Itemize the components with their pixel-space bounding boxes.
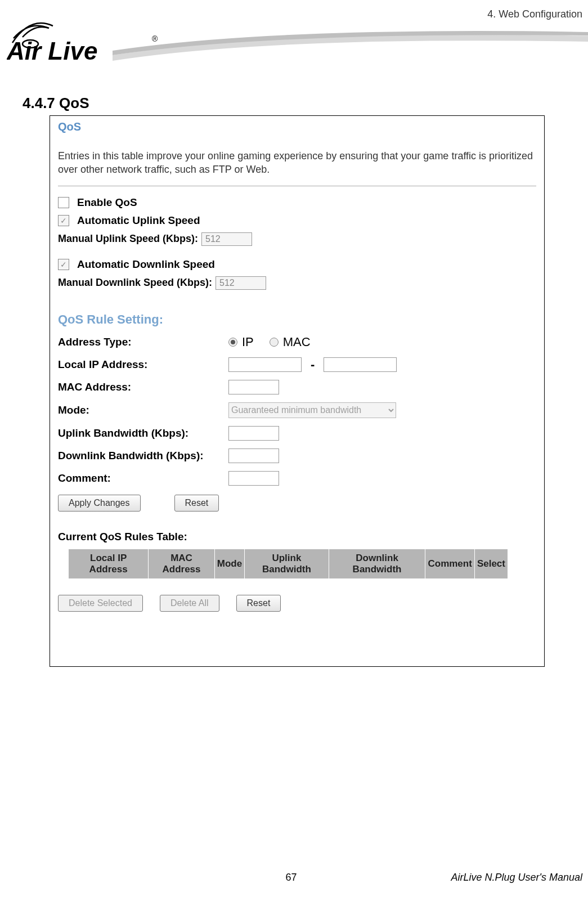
mac-address-label: MAC Address:: [58, 381, 228, 393]
delete-all-button[interactable]: Delete All: [160, 595, 219, 612]
manual-downlink-label: Manual Downlink Speed (Kbps):: [58, 277, 212, 289]
enable-qos-checkbox[interactable]: ✓: [58, 197, 69, 208]
mode-label: Mode:: [58, 404, 228, 416]
address-type-label: Address Type:: [58, 336, 228, 348]
qos-screenshot: QoS Entries in this table improve your o…: [50, 115, 545, 667]
th-select: Select: [474, 549, 508, 578]
section-heading: 4.4.7 QoS: [23, 95, 89, 112]
uplink-bw-input[interactable]: [228, 426, 279, 441]
auto-downlink-checkbox[interactable]: ✓: [58, 259, 69, 270]
local-ip-label: Local IP Address:: [58, 358, 228, 371]
qos-rules-table: Local IP Address MAC Address Mode Uplink…: [68, 549, 508, 579]
th-local-ip: Local IP Address: [69, 549, 149, 578]
mode-select[interactable]: Guaranteed minimum bandwidth: [228, 402, 396, 418]
manual-uplink-label: Manual Uplink Speed (Kbps):: [58, 233, 198, 245]
th-downlink: Downlink Bandwidth: [329, 549, 425, 578]
intro-text: Entries in this table improve your onlin…: [58, 149, 536, 177]
ip-dash: -: [311, 357, 315, 372]
mac-radio[interactable]: [270, 338, 279, 347]
enable-qos-label: Enable QoS: [77, 196, 137, 209]
reset-button[interactable]: Reset: [174, 495, 219, 512]
th-uplink: Uplink Bandwidth: [245, 549, 329, 578]
th-mac: MAC Address: [149, 549, 215, 578]
page-footer: 67 AirLive N.Plug User's Manual: [0, 872, 582, 883]
table-title: Current QoS Rules Table:: [58, 531, 536, 543]
svg-text:Air Live: Air Live: [7, 37, 97, 65]
ip-radio-label: IP: [242, 335, 254, 349]
downlink-bw-label: Downlink Bandwidth (Kbps):: [58, 450, 228, 462]
comment-label: Comment:: [58, 472, 228, 485]
local-ip-start-input[interactable]: [228, 357, 302, 372]
page-number: 67: [285, 872, 297, 883]
manual-uplink-input[interactable]: [201, 232, 252, 246]
manual-title: AirLive N.Plug User's Manual: [451, 872, 582, 883]
auto-uplink-label: Automatic Uplink Speed: [77, 214, 200, 227]
manual-downlink-input[interactable]: [216, 276, 266, 290]
header-swoosh: [113, 28, 588, 62]
apply-changes-button[interactable]: Apply Changes: [58, 495, 141, 512]
reset2-button[interactable]: Reset: [236, 595, 281, 612]
local-ip-end-input[interactable]: [324, 357, 397, 372]
delete-selected-button[interactable]: Delete Selected: [58, 595, 143, 612]
th-mode: Mode: [214, 549, 244, 578]
panel-title: QoS: [58, 120, 536, 133]
uplink-bw-label: Uplink Bandwidth (Kbps):: [58, 427, 228, 439]
ip-radio[interactable]: [228, 338, 237, 347]
breadcrumb: 4. Web Configuration: [487, 8, 582, 20]
rule-heading: QoS Rule Setting:: [58, 312, 536, 327]
auto-uplink-checkbox[interactable]: ✓: [58, 215, 69, 226]
mac-radio-label: MAC: [283, 335, 311, 349]
auto-downlink-label: Automatic Downlink Speed: [77, 258, 215, 271]
divider: [58, 186, 536, 186]
th-comment: Comment: [425, 549, 474, 578]
comment-input[interactable]: [228, 471, 279, 486]
mac-address-input[interactable]: [228, 380, 279, 394]
downlink-bw-input[interactable]: [228, 448, 279, 463]
